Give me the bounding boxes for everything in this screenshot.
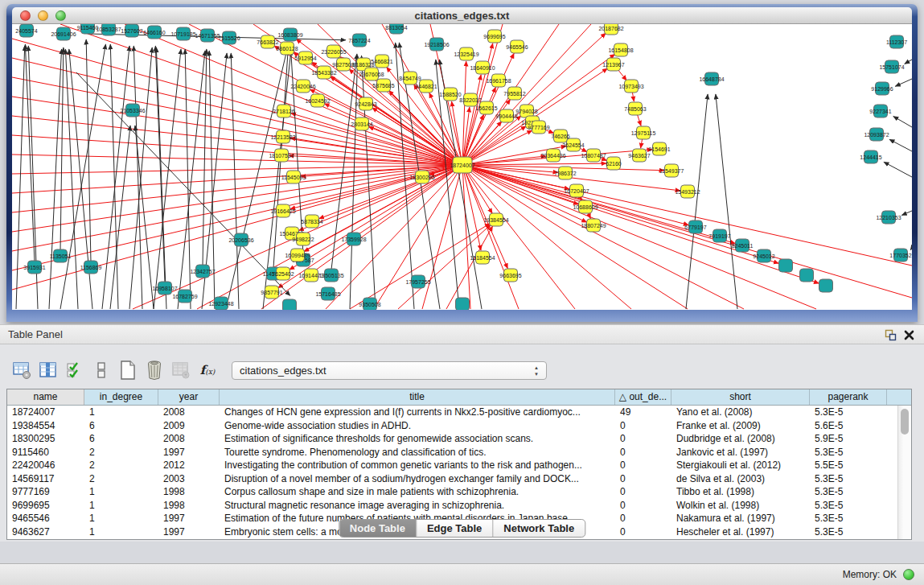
table-cell: Genome-wide association studies in ADHD. bbox=[220, 419, 615, 433]
graph-edge bbox=[110, 126, 130, 309]
column-header-name[interactable]: name bbox=[7, 389, 84, 405]
graph-node-label: 5466821 bbox=[371, 59, 392, 64]
graph-node-label: 8322037 bbox=[459, 97, 481, 103]
create-table-icon[interactable] bbox=[117, 359, 138, 381]
graph-node-label: 12210353 bbox=[876, 215, 901, 220]
graph-node-label: 10719185 bbox=[170, 31, 195, 37]
network-canvas[interactable]: 2405574206914069115460108532871527602646… bbox=[12, 24, 912, 310]
column-header-year[interactable]: year bbox=[158, 389, 220, 405]
table-cell: 2009 bbox=[158, 419, 220, 433]
graph-node-label: 8813054 bbox=[385, 25, 407, 31]
tab-network-table[interactable]: Network Table bbox=[493, 520, 585, 537]
table-cell: 5.3E-5 bbox=[810, 512, 887, 525]
table-row[interactable]: 1830029562008Estimation of significance … bbox=[7, 432, 897, 446]
table-tabs: Node TableEdge TableNetwork Table bbox=[339, 519, 585, 538]
graph-node-label: 9446821 bbox=[415, 84, 437, 89]
network-window-title: citations_edges.txt bbox=[12, 7, 912, 24]
graph-node-label: 1135051 bbox=[50, 253, 72, 259]
graph-node[interactable] bbox=[819, 279, 833, 292]
table-cell: 1 bbox=[84, 525, 158, 539]
column-header-short[interactable]: short bbox=[671, 389, 810, 405]
table-panel: Table Panel bbox=[0, 324, 924, 563]
graph-edge bbox=[102, 46, 129, 309]
table-cell: 19384554 bbox=[7, 419, 84, 433]
delete-table-icon[interactable] bbox=[144, 359, 165, 381]
table-cell: 0 bbox=[615, 499, 671, 513]
float-panel-icon[interactable] bbox=[885, 329, 897, 344]
table-cell: Yano et al. (2008) bbox=[671, 406, 810, 419]
graph-edge bbox=[350, 56, 358, 309]
graph-node-label: 8454749 bbox=[399, 76, 421, 81]
table-cell: 49 bbox=[615, 406, 671, 419]
table-cell: Estimation of significance thresholds fo… bbox=[220, 432, 615, 446]
table-cell: Structural magnetic resonance image aver… bbox=[220, 499, 615, 513]
table-cell: 6 bbox=[84, 419, 158, 433]
graph-edge bbox=[86, 39, 91, 262]
graph-node-label: 18107534 bbox=[269, 153, 294, 159]
network-window[interactable]: citations_edges.txt 24055742069140691154… bbox=[6, 4, 918, 322]
column-header-title[interactable]: title bbox=[220, 389, 615, 405]
window-minimize-button[interactable] bbox=[38, 10, 48, 21]
row-height-icon[interactable] bbox=[91, 359, 112, 381]
graph-node-label: 9242843 bbox=[355, 101, 376, 107]
table-row[interactable]: 2242004622012Investigating the contribut… bbox=[7, 459, 897, 472]
graph-node-label: 9350508 bbox=[359, 302, 380, 307]
graph-node-label: 3624554 bbox=[562, 142, 584, 148]
column-header-in_degree[interactable]: in_degree bbox=[84, 389, 158, 405]
table-row[interactable]: 1456911722003Disruption of a novel membe… bbox=[7, 472, 897, 486]
graph-edge bbox=[462, 165, 819, 283]
table-mode-icon[interactable] bbox=[11, 359, 32, 381]
graph-node-label: 20691406 bbox=[51, 31, 76, 37]
graph-node-label: 10853287 bbox=[96, 27, 121, 32]
graph-node-label: 7857224 bbox=[348, 38, 370, 43]
table-cell: 5.5E-5 bbox=[810, 459, 887, 472]
table-cell: 0 bbox=[615, 446, 671, 459]
graph-node-label: 9154691 bbox=[648, 146, 670, 152]
show-columns-icon[interactable] bbox=[38, 359, 59, 381]
table-row[interactable]: 1872400712008Changes of HCN gene express… bbox=[7, 406, 897, 419]
graph-node[interactable] bbox=[779, 259, 793, 272]
graph-node-label: 10973493 bbox=[618, 84, 643, 89]
column-header-out_de[interactable]: △ out_de... bbox=[615, 389, 671, 405]
table-row[interactable]: 977716911998Corpus callosum shape and si… bbox=[7, 485, 897, 499]
graph-node[interactable] bbox=[456, 298, 470, 310]
graph-node-label: 9857791 bbox=[261, 290, 282, 295]
table-cell: Wolkin et al. (1998) bbox=[671, 499, 810, 513]
table-selector-value: citations_edges.txt bbox=[240, 365, 326, 377]
table-header-row: namein_degreeyeartitle△ out_de...shortpa… bbox=[7, 389, 911, 406]
graph-node-label: 16914473 bbox=[298, 273, 323, 278]
table-cell: 0 bbox=[615, 525, 671, 539]
table-panel-body: f(x) citations_edges.txt ▲▼ namein_degre… bbox=[0, 344, 924, 542]
table-row[interactable]: 1938455462009Genome-wide association stu… bbox=[7, 419, 897, 433]
graph-node-label: 8245011 bbox=[732, 243, 754, 249]
memory-indicator-icon bbox=[903, 569, 914, 580]
graph-edge bbox=[12, 135, 462, 165]
table-row[interactable]: 911546021997Tourette syndrome. Phenomeno… bbox=[7, 446, 897, 459]
table-cell: 2 bbox=[84, 459, 158, 472]
graph-node-label: 9498222 bbox=[292, 237, 314, 242]
graph-node-label: 7919197 bbox=[708, 233, 730, 239]
graph-edge bbox=[884, 162, 912, 177]
table-cell: 0 bbox=[615, 512, 671, 525]
column-header-pagerank[interactable]: pagerank bbox=[810, 389, 887, 405]
graph-node-label: 18724007 bbox=[450, 163, 474, 168]
table-cell: Jankovic et al. (1997) bbox=[671, 446, 810, 459]
window-close-button[interactable] bbox=[20, 10, 31, 21]
graph-node[interactable] bbox=[283, 299, 297, 310]
network-window-titlebar[interactable]: citations_edges.txt bbox=[12, 7, 912, 24]
close-panel-icon[interactable] bbox=[904, 329, 914, 344]
graph-node-label: 7986372 bbox=[554, 171, 576, 176]
graph-node-label: 1244415 bbox=[860, 154, 881, 160]
function-builder-icon[interactable]: f(x) bbox=[197, 359, 218, 381]
graph-node-label: 10807487 bbox=[581, 153, 606, 159]
graph-node[interactable] bbox=[800, 269, 814, 282]
tab-node-table[interactable]: Node Table bbox=[339, 520, 417, 537]
scrollbar-thumb[interactable] bbox=[901, 409, 909, 435]
vertical-scrollbar[interactable] bbox=[897, 406, 911, 539]
window-zoom-button[interactable] bbox=[55, 10, 66, 21]
table-selector[interactable]: citations_edges.txt ▲▼ bbox=[232, 361, 547, 380]
select-columns-icon[interactable] bbox=[64, 359, 85, 381]
graph-node-label: 6779197 bbox=[684, 225, 706, 230]
table-row[interactable]: 969969511998Structural magnetic resonanc… bbox=[7, 499, 897, 513]
tab-edge-table[interactable]: Edge Table bbox=[417, 520, 493, 537]
